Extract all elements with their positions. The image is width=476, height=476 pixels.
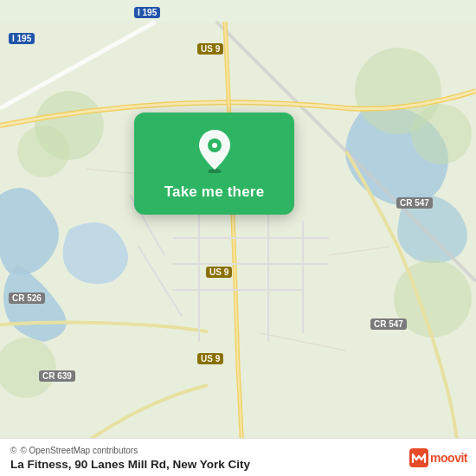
road-label-us9-top: US 9: [197, 43, 223, 55]
road-label-cr547-bot: CR 547: [370, 318, 407, 330]
moovit-text: moovit: [430, 451, 467, 465]
road-label-cr547-right: CR 547: [396, 197, 433, 209]
location-title: La Fitness, 90 Lanes Mill Rd, New York C…: [10, 458, 466, 471]
road-label-us9-mid: US 9: [206, 267, 232, 278]
moovit-logo: moovit: [409, 448, 467, 467]
map-container: I 195 I 195 US 9 US 9 US 9 CR 547 CR 547…: [0, 0, 476, 476]
svg-point-2: [17, 125, 69, 177]
road-label-cr526: CR 526: [9, 293, 45, 304]
attribution-row: © © OpenStreetMap contributors: [10, 446, 466, 455]
attribution-text: © OpenStreetMap contributors: [20, 446, 138, 455]
moovit-m-icon: [409, 448, 428, 467]
road-label-cr639: CR 639: [39, 370, 75, 382]
action-card: Take me there: [134, 113, 294, 215]
map-background: [0, 0, 476, 476]
take-me-there-button[interactable]: Take me there: [164, 183, 265, 201]
osm-logo: ©: [10, 446, 16, 455]
road-label-i195-left: I 195: [9, 33, 35, 44]
bottom-bar: © © OpenStreetMap contributors La Fitnes…: [0, 438, 476, 476]
location-pin-icon: [196, 128, 234, 173]
svg-point-4: [411, 104, 472, 164]
pin-icon-wrap: [196, 128, 234, 177]
svg-point-22: [212, 143, 217, 148]
road-label-i195-top: I 195: [134, 7, 160, 18]
road-label-us9-bot: US 9: [197, 353, 223, 364]
